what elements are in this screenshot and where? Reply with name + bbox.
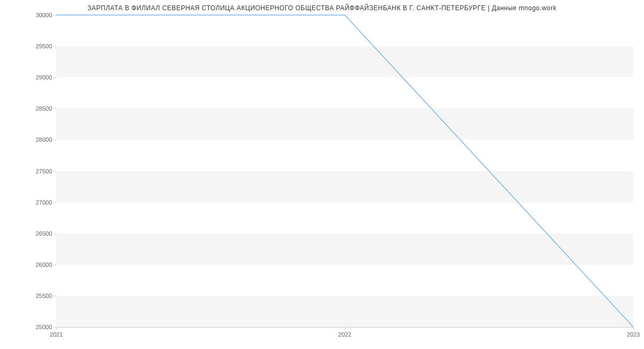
chart-container: ЗАРПЛАТА В ФИЛИАЛ СЕВЕРНАЯ СТОЛИЦА АКЦИО… xyxy=(0,0,644,349)
y-tick-label: 28000 xyxy=(35,136,52,143)
y-tick-label: 29500 xyxy=(35,43,52,49)
x-tick-label: 2021 xyxy=(50,331,63,338)
y-tick-mark xyxy=(54,77,56,78)
y-tick-mark xyxy=(54,202,56,203)
y-tick-label: 30000 xyxy=(35,12,52,18)
chart-title: ЗАРПЛАТА В ФИЛИАЛ СЕВЕРНАЯ СТОЛИЦА АКЦИО… xyxy=(87,4,557,12)
y-tick-mark xyxy=(54,234,56,234)
y-tick-mark xyxy=(54,46,56,47)
y-tick-label: 25000 xyxy=(35,324,52,330)
x-tick-mark xyxy=(633,327,634,330)
y-tick-label: 26000 xyxy=(35,261,52,268)
y-tick-label: 25500 xyxy=(35,293,52,299)
y-tick-mark xyxy=(54,108,56,109)
y-tick-label: 26500 xyxy=(35,230,52,237)
y-tick-label: 27500 xyxy=(35,168,52,174)
x-tick-mark xyxy=(345,327,346,330)
data-line xyxy=(56,15,633,327)
y-tick-mark xyxy=(54,171,56,172)
x-tick-mark xyxy=(56,327,57,330)
y-tick-label: 27000 xyxy=(35,199,52,206)
x-tick-label: 2022 xyxy=(338,331,351,338)
y-tick-mark xyxy=(54,265,56,265)
y-tick-mark xyxy=(54,296,56,296)
y-tick-label: 29000 xyxy=(35,74,52,81)
y-tick-mark xyxy=(54,140,56,140)
y-tick-label: 28500 xyxy=(35,105,52,112)
x-tick-label: 2023 xyxy=(627,331,640,338)
y-tick-mark xyxy=(54,15,56,16)
line-chart-svg xyxy=(56,15,633,327)
plot-area: 2500025500260002650027000275002800028500… xyxy=(56,15,633,328)
